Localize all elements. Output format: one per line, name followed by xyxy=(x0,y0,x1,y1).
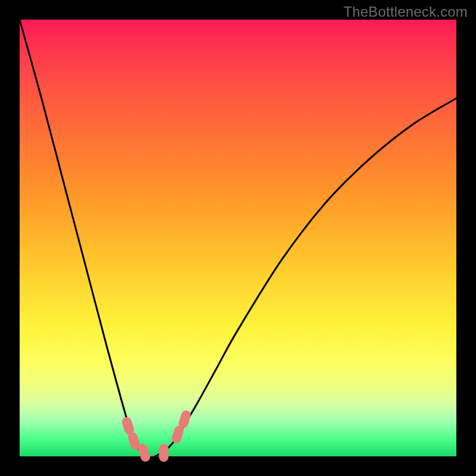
curve-svg xyxy=(20,20,456,456)
bottleneck-curve-path xyxy=(20,20,456,458)
plot-area xyxy=(20,20,456,456)
curve-marker xyxy=(159,444,168,462)
watermark-text: TheBottleneck.com xyxy=(343,4,468,20)
chart-frame: TheBottleneck.com xyxy=(0,0,476,476)
